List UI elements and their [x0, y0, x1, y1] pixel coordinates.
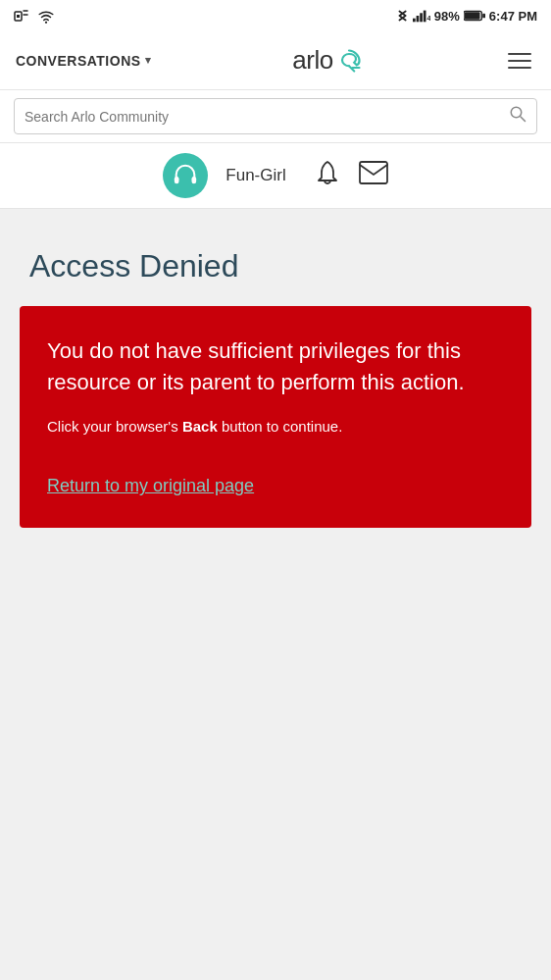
- hamburger-line-3: [508, 67, 531, 69]
- mail-icon: [359, 160, 388, 185]
- logo-text: arlo: [292, 45, 332, 76]
- status-bar: 4G 98% 6:47 PM: [0, 0, 551, 31]
- top-nav: CONVERSATIONS ▾ arlo: [0, 31, 551, 90]
- avatar: [163, 153, 208, 198]
- svg-rect-13: [175, 177, 179, 183]
- svg-rect-3: [413, 19, 416, 23]
- bell-icon: [314, 159, 341, 186]
- arlo-logo-icon: [335, 47, 363, 75]
- search-input[interactable]: [25, 109, 501, 125]
- hamburger-menu-button[interactable]: [504, 49, 535, 73]
- hamburger-line-1: [508, 53, 531, 55]
- nav-left: CONVERSATIONS ▾: [16, 53, 151, 69]
- conversations-label: CONVERSATIONS: [16, 53, 141, 69]
- battery-icon: [464, 10, 485, 22]
- svg-rect-14: [192, 177, 197, 183]
- search-bar: [14, 98, 537, 134]
- search-bar-container: [0, 90, 551, 143]
- bluetooth-icon: [397, 8, 409, 24]
- hamburger-line-2: [508, 60, 531, 62]
- status-info-right: 4G 98% 6:47 PM: [397, 8, 537, 24]
- search-icon: [509, 105, 526, 123]
- svg-rect-6: [424, 11, 426, 23]
- arlo-logo[interactable]: arlo: [292, 45, 362, 76]
- main-content: Access Denied You do not have sufficient…: [0, 209, 551, 798]
- access-denied-title: Access Denied: [29, 248, 531, 284]
- status-icons-left: [14, 8, 55, 24]
- svg-text:4G: 4G: [426, 14, 430, 23]
- svg-rect-9: [465, 12, 480, 19]
- svg-rect-5: [420, 13, 423, 22]
- svg-point-2: [45, 22, 47, 24]
- svg-point-11: [511, 107, 522, 118]
- return-link[interactable]: Return to my original page: [47, 473, 254, 498]
- error-sub-text: Click your browser's Back button to cont…: [47, 416, 504, 438]
- notifications-button[interactable]: [314, 159, 341, 192]
- error-sub-suffix: button to continue.: [218, 418, 343, 435]
- error-back-bold: Back: [182, 418, 218, 435]
- svg-rect-10: [482, 14, 485, 19]
- error-card: You do not have sufficient privileges fo…: [20, 306, 531, 528]
- messages-button[interactable]: [359, 160, 388, 191]
- error-sub-prefix: Click your browser's: [47, 418, 182, 435]
- conversations-button[interactable]: CONVERSATIONS ▾: [16, 53, 151, 69]
- svg-rect-1: [17, 15, 20, 18]
- wifi-icon: [37, 8, 55, 24]
- svg-line-12: [521, 117, 526, 122]
- svg-rect-15: [360, 162, 387, 183]
- signal-icon: 4G: [413, 9, 430, 23]
- battery-percentage: 98%: [434, 9, 460, 24]
- headphones-icon: [173, 163, 198, 188]
- sim-icon: [14, 8, 31, 24]
- user-bar: Fun-Girl: [0, 143, 551, 209]
- username: Fun-Girl: [225, 166, 285, 185]
- time: 6:47 PM: [489, 9, 537, 24]
- search-button[interactable]: [509, 105, 526, 128]
- svg-rect-4: [416, 16, 419, 22]
- chevron-down-icon: ▾: [145, 54, 152, 67]
- error-main-text: You do not have sufficient privileges fo…: [47, 335, 504, 398]
